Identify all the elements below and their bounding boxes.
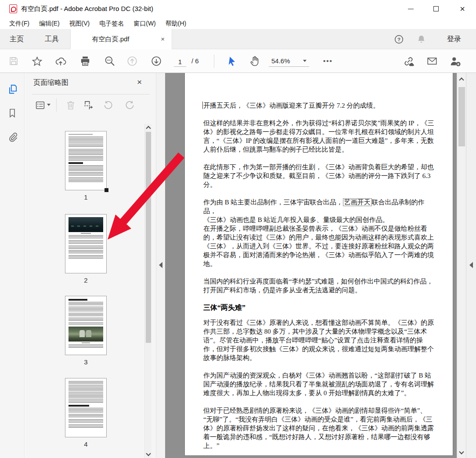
zoom-dropdown-caret-icon[interactable] bbox=[303, 60, 307, 62]
bell-icon bbox=[416, 34, 426, 44]
paperclip-icon bbox=[7, 131, 18, 143]
page-count-label: / 6 bbox=[191, 49, 199, 73]
toolbar-separator bbox=[214, 55, 214, 68]
panel-toolbar-separator bbox=[56, 98, 57, 112]
star-icon bbox=[32, 56, 43, 67]
menu-esign[interactable]: 电子签名 bbox=[94, 18, 129, 29]
thumbnail-page-1[interactable] bbox=[65, 131, 107, 190]
document-scrollbar[interactable] bbox=[457, 73, 466, 458]
thumbnail-3-label[interactable]: 3 bbox=[65, 358, 107, 366]
thumbnail-2-label[interactable]: 2 bbox=[65, 276, 107, 284]
acrobat-window: 有空白页.pdf - Adobe Acrobat Pro DC (32-bit)… bbox=[0, 0, 476, 458]
panel-collapse-strip[interactable] bbox=[156, 73, 165, 458]
trash-icon bbox=[65, 99, 76, 111]
thumbnail-page-3[interactable] bbox=[65, 296, 107, 355]
thumbnail-1-label[interactable]: 1 bbox=[65, 193, 107, 201]
thumbnail-3-content bbox=[69, 299, 103, 352]
page-number-input[interactable] bbox=[174, 57, 186, 67]
pdf-page-text: 开播五天后，《三体》动画版迎来了豆瓣开分 7.2 分的成绩。 但这样的结果并非在… bbox=[203, 101, 434, 458]
close-window-button[interactable]: × bbox=[453, 0, 472, 18]
hand-tool-button[interactable] bbox=[249, 55, 261, 67]
thumbnail-page-2[interactable] bbox=[65, 214, 107, 273]
attachments-nav-button[interactable] bbox=[7, 131, 18, 142]
menu-file[interactable]: 文件(F) bbox=[4, 18, 34, 29]
save-icon bbox=[8, 56, 19, 66]
thumbnails-panel-title: 页面缩略图 bbox=[33, 78, 69, 87]
document-scrollbar-thumb[interactable] bbox=[458, 87, 465, 146]
minimize-button[interactable] bbox=[401, 0, 420, 18]
maximize-button[interactable] bbox=[426, 0, 446, 18]
search-tools-button[interactable] bbox=[104, 55, 116, 67]
left-nav-strip bbox=[0, 73, 25, 458]
notifications-button[interactable] bbox=[416, 34, 426, 44]
collapse-panel-arrow-icon[interactable] bbox=[159, 262, 162, 268]
help-button[interactable]: ? bbox=[394, 34, 404, 44]
zoom-level-value: 54.6% bbox=[271, 57, 290, 65]
envelope-icon bbox=[426, 55, 438, 67]
options-list-icon bbox=[35, 100, 46, 111]
title-bar: 有空白页.pdf - Adobe Acrobat Pro DC (32-bit)… bbox=[0, 0, 476, 18]
paragraph: 对于没有看过《三体》原著的人来说，想看懂这部动画不算简单。《三体》的原作共三部，… bbox=[203, 318, 434, 362]
thumbnail-1-content bbox=[69, 134, 103, 187]
share-cloud-button[interactable] bbox=[54, 55, 67, 67]
page-up-icon bbox=[126, 55, 138, 67]
thumbnail-page-4[interactable] bbox=[65, 378, 107, 437]
email-button[interactable] bbox=[426, 55, 438, 67]
share-link-button[interactable] bbox=[402, 55, 415, 67]
tab-home[interactable]: 主页 bbox=[0, 29, 33, 49]
search-more-icon bbox=[104, 55, 115, 67]
bookmarks-nav-button[interactable] bbox=[7, 107, 18, 119]
window-title: 有空白页.pdf - Adobe Acrobat Pro DC (32-bit) bbox=[21, 0, 153, 18]
page-thumbnails-icon bbox=[7, 84, 18, 95]
pdf-page-1[interactable]: 开播五天后，《三体》动画版迎来了豆瓣开分 7.2 分的成绩。 但这样的结果并非在… bbox=[184, 73, 453, 456]
menu-view[interactable]: 视图(V) bbox=[65, 18, 95, 29]
bookmark-icon bbox=[7, 107, 18, 119]
rotate-right-button bbox=[124, 99, 136, 111]
right-tools-collapse-strip[interactable] bbox=[466, 73, 476, 458]
svg-text:?: ? bbox=[397, 37, 400, 42]
add-reviewer-button[interactable] bbox=[449, 55, 461, 67]
thumbnails-scroll-up-icon[interactable] bbox=[145, 125, 151, 132]
tab-close-icon[interactable]: × bbox=[161, 29, 165, 49]
panel-close-button[interactable]: × bbox=[137, 77, 142, 87]
menu-edit[interactable]: 编辑(E) bbox=[34, 18, 65, 29]
menu-help[interactable]: 帮助(H) bbox=[161, 18, 191, 29]
thumbnail-1-selection-handle[interactable] bbox=[105, 188, 108, 192]
document-scroll-down-icon[interactable] bbox=[457, 448, 466, 455]
sign-in-button[interactable]: 登录 bbox=[441, 29, 467, 49]
thumbnails-scrollbar[interactable] bbox=[144, 124, 151, 458]
menu-window[interactable]: 窗口(W) bbox=[129, 18, 161, 29]
boxed-text-annotation[interactable]: 艺画开天 bbox=[343, 198, 372, 206]
paragraph: 当国内的科幻行业再度面临着“李约瑟”式难题，如何创作出中国式的科幻作品，打开国产… bbox=[203, 277, 434, 294]
page-thumbnails-nav-button[interactable] bbox=[7, 84, 18, 95]
page-down-icon bbox=[151, 55, 162, 67]
options-caret-icon[interactable] bbox=[47, 104, 50, 106]
print-button[interactable] bbox=[79, 55, 91, 67]
panel-divider bbox=[32, 94, 150, 95]
zoom-control[interactable]: 54.6% bbox=[269, 55, 309, 67]
document-scroll-up-icon[interactable] bbox=[457, 76, 466, 84]
previous-page-button[interactable] bbox=[126, 55, 138, 67]
paragraph: 作为由 B 站主要出品制作，三体宇宙联合出品，艺画开天联合出品承制的作品， bbox=[203, 198, 434, 215]
expand-right-panel-arrow-icon[interactable] bbox=[469, 262, 473, 268]
select-tool-button[interactable] bbox=[226, 55, 238, 67]
thumbnail-options-button[interactable] bbox=[34, 99, 46, 111]
document-view[interactable]: 开播五天后，《三体》动画版迎来了豆瓣开分 7.2 分的成绩。 但这样的结果并非在… bbox=[165, 73, 457, 458]
paragraph: 但这样的结果并非在意料之外，作为获得过“科幻界诺贝尔奖”雨果奖的 IP，《三体》… bbox=[203, 119, 434, 154]
tab-tools[interactable]: 工具 bbox=[33, 29, 70, 49]
thumbnail-4-label[interactable]: 4 bbox=[65, 440, 107, 448]
next-page-button[interactable] bbox=[150, 55, 162, 67]
star-favorite-button[interactable] bbox=[31, 55, 43, 67]
thumbnails-scroll-down-icon[interactable] bbox=[145, 450, 151, 457]
paragraph: 在此情形下，作为第一部开播的衍生剧，《三体》动画背负着巨大的希望，却也随之迎来了… bbox=[203, 163, 434, 189]
split-document-button[interactable] bbox=[83, 99, 95, 111]
content-area: 页面缩略图 × bbox=[0, 73, 476, 458]
thumbnails-scrollbar-thumb[interactable] bbox=[146, 132, 151, 343]
more-tools-button[interactable]: ••• bbox=[323, 49, 333, 73]
tab-document[interactable]: 有空白页.pdf × bbox=[70, 29, 172, 49]
save-button[interactable] bbox=[7, 55, 20, 67]
section-heading: 三体“两头难” bbox=[203, 303, 434, 312]
thumbnail-2-image bbox=[69, 217, 103, 232]
minimize-icon bbox=[408, 9, 414, 9]
cloud-upload-icon bbox=[55, 55, 66, 67]
